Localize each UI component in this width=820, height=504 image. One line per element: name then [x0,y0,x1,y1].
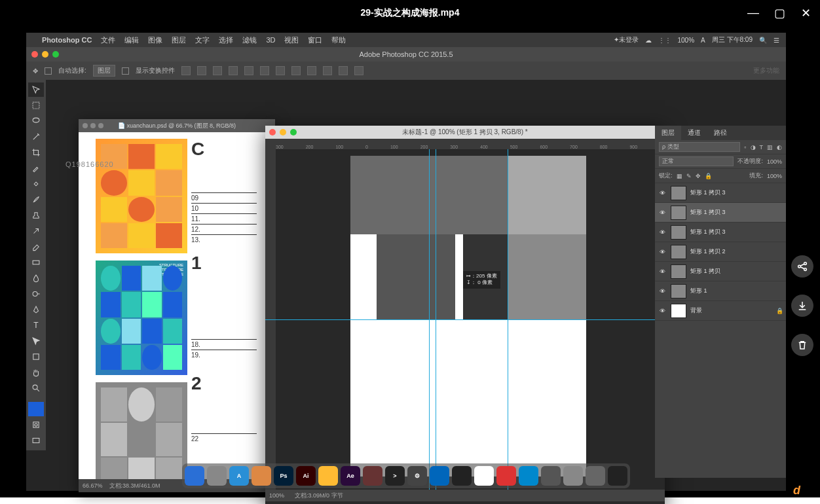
menu-select[interactable]: 选择 [219,35,233,45]
foreground-document-window[interactable]: 未标题-1 @ 100% (矩形 1 拷贝 3, RGB/8) * × 3002… [265,126,665,504]
align-icon[interactable] [181,66,191,75]
distribute-icon[interactable] [291,66,301,75]
gradient-tool[interactable] [28,255,44,270]
menu-view[interactable]: 视图 [284,35,299,45]
blur-tool[interactable] [28,271,44,285]
dock-app[interactable] [430,466,449,486]
align-icon[interactable] [197,66,206,75]
pen-tool[interactable] [28,302,44,317]
fill-value[interactable]: 100% [767,173,782,179]
dock-app[interactable] [318,466,338,486]
layer-row[interactable]: 👁矩形 1 拷贝 3 [655,183,786,203]
zoom-tool[interactable] [28,381,44,395]
filter-icon[interactable]: ▫ [744,144,746,151]
type-tool[interactable]: T [28,318,44,333]
layer-row[interactable]: 👁矩形 1 [655,281,786,301]
input-icon[interactable]: A [701,37,705,44]
visibility-icon[interactable]: 👁 [658,229,667,236]
dock-app[interactable] [586,466,605,486]
blend-mode[interactable]: 正常 [659,156,734,166]
foreground-color[interactable] [28,402,44,416]
shape-tool[interactable] [28,350,44,364]
dock-app[interactable] [608,466,627,486]
brush-tool[interactable] [28,192,44,207]
screen-mode-icon[interactable] [28,433,44,448]
crop-tool[interactable] [28,145,44,160]
distribute-icon[interactable] [307,66,316,75]
shape-rect[interactable] [377,234,455,319]
move-tool[interactable] [28,82,44,97]
filter-icon[interactable]: ◑ [751,144,756,151]
visibility-icon[interactable]: 👁 [658,249,667,255]
stamp-tool[interactable] [28,208,44,223]
show-transform-checkbox[interactable] [122,67,129,75]
quickmask-icon[interactable] [28,418,44,432]
dock-app[interactable]: Ae [341,466,360,486]
dock-app[interactable] [474,466,494,486]
visibility-icon[interactable]: 👁 [658,268,667,275]
distribute-icon[interactable] [354,66,363,75]
menu-file[interactable]: 文件 [101,35,115,45]
eyedropper-tool[interactable] [28,161,44,175]
wand-tool[interactable] [28,130,44,144]
menu-3d[interactable]: 3D [266,36,275,44]
dock-app[interactable] [207,466,227,486]
history-brush-tool[interactable] [28,224,44,238]
menu-image[interactable]: 图像 [148,35,162,45]
menu-help[interactable]: 帮助 [331,35,346,45]
auto-select-checkbox[interactable] [45,67,52,75]
delete-button[interactable] [791,334,813,356]
menu-icon[interactable]: ☰ [773,37,779,44]
filter-icon[interactable]: ▥ [767,144,773,151]
close-icon[interactable] [31,51,38,58]
lock-icon[interactable]: ▦ [677,173,682,179]
menu-layer[interactable]: 图层 [172,35,186,45]
dock-app[interactable] [363,466,382,486]
tab-channels[interactable]: 通道 [681,126,707,140]
bg-zoom[interactable]: 66.67% [83,482,103,489]
dodge-tool[interactable] [28,287,44,301]
auto-select-target[interactable]: 图层 [93,65,115,77]
dock-app[interactable]: Ai [296,466,316,486]
menu-filter[interactable]: 滤镜 [242,35,257,45]
tab-paths[interactable]: 路径 [707,126,734,140]
dock-app[interactable]: Ps [274,466,293,486]
shape-rect[interactable] [508,156,586,234]
dock-app[interactable] [185,466,204,486]
minimize-icon[interactable] [42,51,48,58]
dock-app[interactable] [452,466,472,486]
visibility-icon[interactable]: 👁 [658,209,667,216]
layer-row[interactable]: 👁矩形 1 拷贝 2 [655,242,786,262]
path-tool[interactable] [28,334,44,348]
close-icon[interactable] [269,129,276,135]
guide[interactable] [265,319,665,320]
distribute-icon[interactable] [339,66,348,75]
dock-app[interactable] [563,466,583,486]
visibility-icon[interactable]: 👁 [658,190,667,196]
hand-tool[interactable] [28,365,44,380]
tab-layers[interactable]: 图层 [655,126,681,140]
dock-app[interactable] [519,466,538,486]
opacity-value[interactable]: 100% [767,158,782,165]
window-minimize[interactable]: — [747,6,760,20]
dock-app[interactable]: ⚙ [407,466,427,486]
lock-icon[interactable]: ✥ [696,173,701,179]
lock-icon[interactable]: 🔒 [705,173,712,179]
app-name[interactable]: Photoshop CC [42,36,92,44]
marquee-tool[interactable] [28,98,44,113]
dock-app[interactable]: > [385,466,405,486]
dock-app[interactable] [496,466,516,486]
zoom-icon[interactable] [52,51,59,58]
layer-row[interactable]: 👁矩形 1 拷贝 3 [655,223,786,242]
window-close[interactable]: ✕ [799,6,812,20]
eraser-tool[interactable] [28,240,44,254]
align-icon[interactable] [244,66,253,75]
distribute-icon[interactable] [276,66,285,75]
visibility-icon[interactable]: 👁 [658,308,667,314]
layer-filter[interactable]: ρ 类型 [659,142,740,152]
dock-app[interactable] [252,466,271,486]
search-icon[interactable]: 🔍 [759,37,767,44]
menu-edit[interactable]: 编辑 [124,35,139,45]
align-icon[interactable] [213,66,222,75]
filter-icon[interactable]: ◐ [777,144,782,151]
